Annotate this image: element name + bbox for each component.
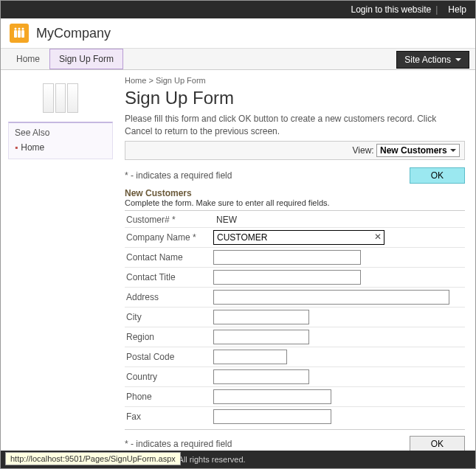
site-actions-label: Site Actions (404, 55, 451, 65)
help-link[interactable]: Help (448, 4, 466, 15)
row-address: Address (125, 288, 465, 308)
phone-input[interactable] (213, 389, 331, 404)
ok-button-top[interactable]: OK (410, 167, 465, 184)
page-description: Please fill this form and click OK butto… (125, 113, 465, 138)
svg-rect-2 (21, 30, 24, 38)
row-company-name: Company Name * ✕ (125, 228, 465, 248)
row-city: City (125, 308, 465, 327)
nav-row: Home Sign Up Form Site Actions (1, 48, 475, 70)
brand-bar: MyCompany (1, 18, 475, 48)
row-phone: Phone (125, 387, 465, 407)
page-title: Sign Up Form (125, 88, 465, 108)
site-actions-button[interactable]: Site Actions (396, 51, 469, 69)
view-row: View: New Customers (125, 141, 465, 160)
main-content: Home > Sign Up Form Sign Up Form Please … (119, 70, 475, 468)
customer-id-value: NEW (213, 215, 237, 225)
caret-down-icon (455, 58, 461, 61)
row-contact-name: Contact Name (125, 248, 465, 268)
row-contact-title: Contact Title (125, 268, 465, 288)
row-fax: Fax (125, 407, 465, 426)
region-input[interactable] (213, 330, 309, 344)
section-subtitle: Complete the form. Make sure to enter al… (125, 198, 465, 211)
contact-name-input[interactable] (213, 250, 361, 265)
see-also-panel: See Also ▪Home (8, 122, 113, 159)
svg-point-3 (15, 28, 17, 30)
section-title: New Customers (125, 188, 465, 198)
contact-title-input[interactable] (213, 270, 361, 285)
status-url-tooltip: http://localhost:9501/Pages/SignUpForm.a… (5, 452, 181, 465)
tab-home[interactable]: Home (7, 49, 49, 69)
required-note-bottom: * - indicates a required field (125, 439, 410, 449)
breadcrumb: Home > Sign Up Form (125, 76, 465, 85)
clear-icon[interactable]: ✕ (374, 232, 382, 242)
svg-point-4 (18, 28, 21, 30)
svg-point-5 (22, 28, 24, 30)
separator: | (435, 4, 438, 15)
city-input[interactable] (213, 310, 309, 324)
login-link[interactable]: Login to this website (351, 4, 431, 15)
bullet-icon: ▪ (15, 142, 18, 153)
copyright: y. All rights reserved. (170, 455, 245, 464)
page-icon (42, 83, 79, 113)
breadcrumb-home[interactable]: Home (125, 76, 146, 85)
country-input[interactable] (213, 369, 309, 384)
row-postal-code: Postal Code (125, 347, 465, 367)
top-bar: Login to this website | Help (1, 1, 475, 18)
company-logo-icon (10, 24, 29, 43)
tab-sign-up-form[interactable]: Sign Up Form (49, 49, 123, 69)
view-label: View: (353, 145, 374, 156)
required-note-top: * - indicates a required field (125, 170, 410, 181)
fax-input[interactable] (213, 409, 331, 424)
svg-rect-0 (14, 30, 17, 38)
see-also-title: See Also (15, 128, 106, 138)
see-also-item-home[interactable]: ▪Home (15, 141, 106, 154)
sidebar: See Also ▪Home (1, 70, 119, 468)
company-name: MyCompany (36, 26, 111, 41)
view-select[interactable]: New Customers (376, 144, 460, 157)
postal-code-input[interactable] (213, 350, 287, 364)
address-input[interactable] (213, 290, 449, 305)
row-customer-id: Customer# * NEW (125, 212, 465, 228)
row-country: Country (125, 367, 465, 387)
breadcrumb-current: Sign Up Form (156, 76, 206, 85)
svg-rect-1 (18, 30, 21, 38)
company-name-input[interactable] (213, 230, 384, 245)
row-region: Region (125, 327, 465, 347)
ok-button-bottom[interactable]: OK (410, 436, 465, 452)
